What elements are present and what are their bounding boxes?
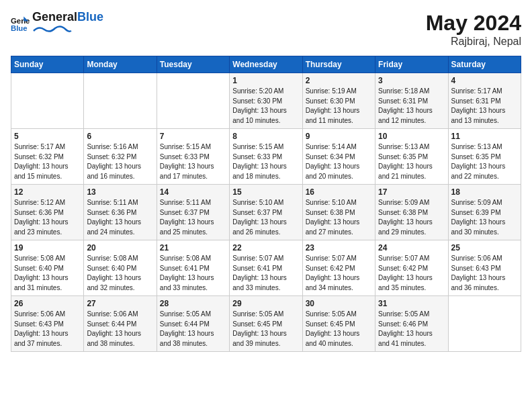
logo-general: General <box>32 10 77 24</box>
day-number: 17 <box>378 187 445 197</box>
table-row: 9Sunrise: 5:14 AMSunset: 6:34 PMDaylight… <box>302 129 375 185</box>
day-number: 21 <box>160 243 226 253</box>
day-info: Sunrise: 5:10 AMSunset: 6:38 PMDaylight:… <box>306 198 372 237</box>
table-row: 22Sunrise: 5:07 AMSunset: 6:41 PMDayligh… <box>230 240 302 296</box>
day-info: Sunrise: 5:14 AMSunset: 6:34 PMDaylight:… <box>306 142 372 181</box>
day-info: Sunrise: 5:05 AMSunset: 6:46 PMDaylight:… <box>378 310 445 349</box>
day-number: 23 <box>306 243 372 253</box>
day-number: 26 <box>14 299 81 308</box>
table-row: 23Sunrise: 5:07 AMSunset: 6:42 PMDayligh… <box>302 240 375 296</box>
day-number: 28 <box>160 299 226 308</box>
day-number: 4 <box>451 76 518 85</box>
day-info: Sunrise: 5:08 AMSunset: 6:41 PMDaylight:… <box>160 254 226 293</box>
day-number: 11 <box>451 132 518 141</box>
day-number: 5 <box>14 132 81 141</box>
day-number: 30 <box>306 299 372 308</box>
calendar-week-row: 26Sunrise: 5:06 AMSunset: 6:43 PMDayligh… <box>11 296 521 352</box>
table-row: 29Sunrise: 5:05 AMSunset: 6:45 PMDayligh… <box>230 296 302 352</box>
header-sunday: Sunday <box>11 56 84 73</box>
day-number: 9 <box>306 132 372 141</box>
calendar-table: Sunday Monday Tuesday Wednesday Thursday… <box>11 56 521 352</box>
table-row: 5Sunrise: 5:17 AMSunset: 6:32 PMDaylight… <box>11 129 84 185</box>
day-number: 16 <box>306 187 372 197</box>
day-info: Sunrise: 5:17 AMSunset: 6:31 PMDaylight:… <box>451 87 518 126</box>
day-info: Sunrise: 5:13 AMSunset: 6:35 PMDaylight:… <box>451 142 518 181</box>
month-year: May 2024 <box>426 11 521 36</box>
day-number: 25 <box>451 243 518 253</box>
table-row: 28Sunrise: 5:05 AMSunset: 6:44 PMDayligh… <box>157 296 229 352</box>
day-number: 27 <box>87 299 153 308</box>
day-number: 19 <box>14 243 81 253</box>
table-row: 17Sunrise: 5:09 AMSunset: 6:38 PMDayligh… <box>375 185 448 240</box>
table-row: 24Sunrise: 5:07 AMSunset: 6:42 PMDayligh… <box>375 240 448 296</box>
day-number: 1 <box>232 76 299 85</box>
header-thursday: Thursday <box>302 56 375 73</box>
day-info: Sunrise: 5:07 AMSunset: 6:41 PMDaylight:… <box>232 254 299 293</box>
logo-blue: Blue <box>77 10 103 24</box>
day-info: Sunrise: 5:08 AMSunset: 6:40 PMDaylight:… <box>87 254 153 293</box>
header-saturday: Saturday <box>448 56 521 73</box>
day-number: 2 <box>306 76 372 85</box>
day-info: Sunrise: 5:06 AMSunset: 6:43 PMDaylight:… <box>451 254 518 293</box>
day-info: Sunrise: 5:13 AMSunset: 6:35 PMDaylight:… <box>378 142 445 181</box>
table-row: 1Sunrise: 5:20 AMSunset: 6:30 PMDaylight… <box>230 73 302 129</box>
table-row: 30Sunrise: 5:05 AMSunset: 6:45 PMDayligh… <box>302 296 375 352</box>
header-wednesday: Wednesday <box>230 56 302 73</box>
day-number: 12 <box>14 187 81 197</box>
table-row: 10Sunrise: 5:13 AMSunset: 6:35 PMDayligh… <box>375 129 448 185</box>
day-number: 31 <box>378 299 445 308</box>
day-number: 6 <box>87 132 153 141</box>
day-number: 18 <box>451 187 518 197</box>
day-info: Sunrise: 5:10 AMSunset: 6:37 PMDaylight:… <box>232 198 299 237</box>
table-row: 4Sunrise: 5:17 AMSunset: 6:31 PMDaylight… <box>448 73 521 129</box>
title-block: May 2024 Rajbiraj, Nepal <box>426 11 521 48</box>
calendar-week-row: 5Sunrise: 5:17 AMSunset: 6:32 PMDaylight… <box>11 129 521 185</box>
table-row: 21Sunrise: 5:08 AMSunset: 6:41 PMDayligh… <box>157 240 229 296</box>
calendar-week-row: 19Sunrise: 5:08 AMSunset: 6:40 PMDayligh… <box>11 240 521 296</box>
day-info: Sunrise: 5:08 AMSunset: 6:40 PMDaylight:… <box>14 254 81 293</box>
header-monday: Monday <box>84 56 157 73</box>
day-info: Sunrise: 5:05 AMSunset: 6:45 PMDaylight:… <box>232 310 299 349</box>
day-info: Sunrise: 5:09 AMSunset: 6:38 PMDaylight:… <box>378 198 445 237</box>
day-info: Sunrise: 5:17 AMSunset: 6:32 PMDaylight:… <box>14 142 81 181</box>
table-row: 19Sunrise: 5:08 AMSunset: 6:40 PMDayligh… <box>11 240 84 296</box>
svg-text:Blue: Blue <box>11 24 28 32</box>
day-info: Sunrise: 5:09 AMSunset: 6:39 PMDaylight:… <box>451 198 518 237</box>
table-row <box>84 73 157 129</box>
table-row <box>11 73 84 129</box>
header-friday: Friday <box>375 56 448 73</box>
header-tuesday: Tuesday <box>157 56 229 73</box>
logo: General Blue GeneralBlue <box>11 11 103 36</box>
day-number: 29 <box>232 299 299 308</box>
weekday-header-row: Sunday Monday Tuesday Wednesday Thursday… <box>11 56 521 73</box>
table-row: 26Sunrise: 5:06 AMSunset: 6:43 PMDayligh… <box>11 296 84 352</box>
table-row: 27Sunrise: 5:06 AMSunset: 6:44 PMDayligh… <box>84 296 157 352</box>
day-number: 7 <box>160 132 226 141</box>
day-number: 13 <box>87 187 153 197</box>
logo-icon: General Blue <box>11 14 30 33</box>
table-row: 25Sunrise: 5:06 AMSunset: 6:43 PMDayligh… <box>448 240 521 296</box>
day-info: Sunrise: 5:05 AMSunset: 6:45 PMDaylight:… <box>306 310 372 349</box>
table-row: 31Sunrise: 5:05 AMSunset: 6:46 PMDayligh… <box>375 296 448 352</box>
table-row: 12Sunrise: 5:12 AMSunset: 6:36 PMDayligh… <box>11 185 84 240</box>
table-row: 15Sunrise: 5:10 AMSunset: 6:37 PMDayligh… <box>230 185 302 240</box>
day-number: 15 <box>232 187 299 197</box>
day-info: Sunrise: 5:20 AMSunset: 6:30 PMDaylight:… <box>232 87 299 126</box>
day-number: 8 <box>232 132 299 141</box>
table-row: 13Sunrise: 5:11 AMSunset: 6:36 PMDayligh… <box>84 185 157 240</box>
day-info: Sunrise: 5:07 AMSunset: 6:42 PMDaylight:… <box>378 254 445 293</box>
day-info: Sunrise: 5:16 AMSunset: 6:32 PMDaylight:… <box>87 142 153 181</box>
table-row: 6Sunrise: 5:16 AMSunset: 6:32 PMDaylight… <box>84 129 157 185</box>
day-info: Sunrise: 5:15 AMSunset: 6:33 PMDaylight:… <box>232 142 299 181</box>
day-info: Sunrise: 5:12 AMSunset: 6:36 PMDaylight:… <box>14 198 81 237</box>
table-row: 7Sunrise: 5:15 AMSunset: 6:33 PMDaylight… <box>157 129 229 185</box>
logo-wave-icon <box>32 24 73 34</box>
table-row: 16Sunrise: 5:10 AMSunset: 6:38 PMDayligh… <box>302 185 375 240</box>
table-row: 11Sunrise: 5:13 AMSunset: 6:35 PMDayligh… <box>448 129 521 185</box>
day-info: Sunrise: 5:18 AMSunset: 6:31 PMDaylight:… <box>378 87 445 126</box>
table-row <box>448 296 521 352</box>
location: Rajbiraj, Nepal <box>426 36 521 48</box>
day-info: Sunrise: 5:06 AMSunset: 6:43 PMDaylight:… <box>14 310 81 349</box>
table-row: 14Sunrise: 5:11 AMSunset: 6:37 PMDayligh… <box>157 185 229 240</box>
day-number: 22 <box>232 243 299 253</box>
